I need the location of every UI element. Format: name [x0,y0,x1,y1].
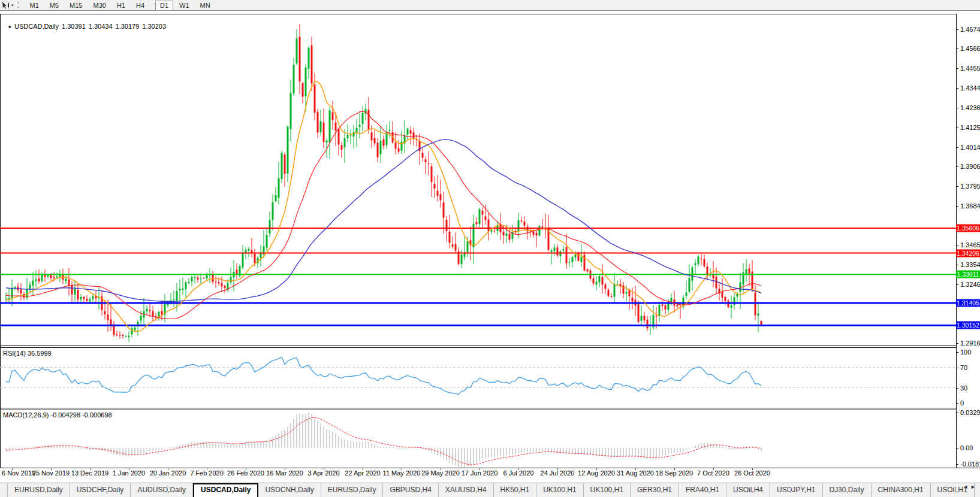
price-tick-mark [956,284,958,285]
time-tick-label: 17 Jun 2020 [462,469,498,477]
hline-price-badge: 1.35606 [956,224,980,232]
chevron-down-icon[interactable]: ▾ [11,3,14,8]
time-tick-label: 22 Apr 2020 [345,469,380,477]
price-tick-mark [956,265,958,265]
macd-tick-mark [956,413,958,413]
rsi-tick-label: 100 [960,348,971,356]
time-tick-label: 11 May 2020 [383,469,421,477]
price-tick-label: 1.33540 [960,261,980,268]
price-tick-label: 1.29160 [960,340,980,347]
hline-price-badge: 1.33011 [956,271,980,278]
timeframe-button-h4[interactable]: H4 [131,1,149,11]
time-tick-label: 31 Aug 2020 [617,469,654,477]
price-tick-mark [956,147,958,148]
timeframe-button-m15[interactable]: M15 [65,1,87,11]
chart-tab-audusd-daily[interactable]: AUDUSD,Daily [131,483,193,497]
rsi-tick-label: 30 [960,384,967,392]
chart-tab-usdcnh-daily[interactable]: USDCNH,Daily [258,483,321,497]
tab-scroll-arrows: ◄► [963,484,978,490]
price-tick-label: 1.45660 [960,45,980,52]
price-tick-label: 1.40140 [960,144,980,151]
timeframe-button-group: M1M5M15M30H1H4D1W1MN [25,2,216,9]
timeframe-button-m1[interactable]: M1 [25,1,44,11]
chart-tab-fra40-h1[interactable]: FRA40,H1 [679,483,726,497]
price-tick-mark [956,49,958,49]
price-tick-mark [956,68,958,69]
time-tick-label: 7 Oct 2020 [697,469,729,477]
time-tick-label: 26 Oct 2020 [734,469,770,477]
chart-tab-uk100-h1[interactable]: UK100,H1 [536,483,583,497]
price-tick-mark [956,128,958,128]
price-tick-mark [956,186,958,187]
chart-tab-usdchf-daily[interactable]: USDCHF,Daily [70,483,131,497]
timeframe-button-w1[interactable]: W1 [174,1,194,11]
chart-tab-hk50-h1[interactable]: HK50,H1 [494,483,537,497]
macd-tick-label: 0.032972 [960,409,980,416]
rsi-tick-mark [956,388,958,389]
chart-tab-eurusd-daily[interactable]: EURUSD,Daily [321,483,384,497]
price-tick-mark [956,108,958,108]
time-tick-label: 18 Sep 2020 [656,469,693,477]
price-tick-mark [956,343,958,344]
rsi-panel-bottom-border [0,408,956,408]
time-tick-label: 16 Mar 2020 [266,469,303,477]
macd-histogram [6,413,761,467]
chart-tab-dj30-daily[interactable]: DJ30,Daily [823,483,872,497]
time-tick-label: 6 Nov 2019 [2,469,35,477]
chart-tab-usdcad-daily[interactable]: USDCAD,Daily [193,483,258,497]
crosshair-tool-icon[interactable] [1,1,11,9]
price-tick-mark [956,206,958,207]
rsi-line [6,357,761,395]
timeframe-button-mn[interactable]: MN [195,1,215,11]
timeframe-button-d1[interactable]: D1 [155,1,173,11]
hline-price-badge: 1.31405 [956,299,980,307]
chart-window-bottom-border [0,468,980,468]
price-tick-label: 1.37950 [960,183,980,190]
time-tick-label: 13 Dec 2019 [71,469,108,477]
hline-price-badge: 1.30152 [956,322,980,329]
time-tick-label: 1 Jan 2020 [113,469,145,477]
rsi-tick-mark [956,368,958,368]
main-chart-plot[interactable] [0,24,956,346]
toolbar-grip-handle[interactable] [17,2,21,8]
price-tick-label: 1.44550 [960,65,980,72]
chart-tab-usoil-h4[interactable]: USOil,H4 [726,483,770,497]
time-tick-label: 12 Aug 2020 [578,469,615,477]
chart-tab-ger30-h1[interactable]: GER30,H1 [631,483,679,497]
time-tick-label: 24 Jul 2020 [541,469,575,477]
moving-average-60 [6,140,761,301]
hline-price-badge: 1.34206 [956,249,980,257]
moving-average-10 [6,81,761,332]
price-tick-mark [956,29,958,30]
main-panel-bottom-border [0,346,956,346]
macd-tick-mark [956,448,958,448]
price-tick-mark [956,166,958,167]
macd-signal-line [6,417,761,465]
chart-tab-gbpusd-h4[interactable]: GBPUSD,H4 [383,483,438,497]
chart-window-top-border [0,14,956,14]
chart-tab-xauusd-h4[interactable]: XAUUSD,H4 [439,483,494,497]
rsi-tick-mark [956,352,958,353]
tab-scroll-right[interactable]: ► [970,484,978,490]
macd-panel-plot[interactable] [0,410,956,468]
chart-tab-china300-h1[interactable]: CHINA300,H1 [872,483,931,497]
tab-scroll-left[interactable]: ◄ [963,484,970,490]
top-toolbar: ▾ M1M5M15M30H1H4D1W1MN [0,0,980,11]
price-tick-label: 1.32460 [960,281,980,288]
timeframe-button-h1[interactable]: H1 [112,1,130,11]
chart-tab-uk100-h1[interactable]: UK100,H1 [584,483,631,497]
time-tick-label: 3 Apr 2020 [307,469,339,477]
chart-tab-usdjpy-h1[interactable]: USDJPY,H1 [770,483,822,497]
price-tick-label: 1.46740 [960,26,980,33]
timeframe-button-m30[interactable]: M30 [88,1,110,11]
rsi-tick-label: 70 [960,364,967,371]
timeframe-button-m5[interactable]: M5 [45,1,64,11]
time-tick-label: 20 Jan 2020 [150,469,186,477]
price-tick-label: 1.41250 [960,124,980,131]
time-tick-label: 25 Nov 2019 [32,469,70,477]
macd-tick-label: -0.01815 [960,460,980,468]
price-tick-label: 1.42360 [960,104,980,111]
chart-tab-eurusd-daily[interactable]: EURUSD,Daily [7,483,70,497]
rsi-panel-plot[interactable] [0,347,956,408]
price-tick-label: 1.43440 [960,84,980,92]
